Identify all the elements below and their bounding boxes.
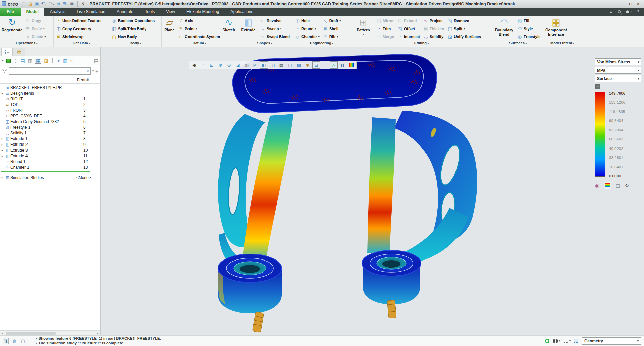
customize-qat-icon[interactable]: ⊽ xyxy=(82,1,85,7)
collapse-all-icon[interactable]: ▥ xyxy=(28,58,32,63)
collapse-legend-button[interactable]: − xyxy=(595,84,600,89)
tree-item-top[interactable]: ▱TOP2 xyxy=(0,102,100,107)
blank-panel-icon[interactable]: ▢ xyxy=(20,338,26,344)
split-button[interactable]: ◫Split▾ xyxy=(446,25,482,33)
thicken-button[interactable]: ▤Thicken xyxy=(422,25,445,33)
boundary-blend-button[interactable]: ◠BoundaryBlend xyxy=(493,17,515,41)
find-button[interactable]: ▾ xyxy=(553,339,560,343)
results-legend-icon[interactable] xyxy=(347,61,355,69)
copy-button[interactable]: ⊞Copy xyxy=(24,17,47,24)
model-tree-tab[interactable] xyxy=(1,48,13,56)
scroll-right-icon[interactable]: ▸ xyxy=(95,332,100,335)
offset-button[interactable]: ◹Offset xyxy=(396,25,421,33)
scroll-left-icon[interactable]: ◂ xyxy=(0,332,5,335)
extrude-button[interactable]: ◧Extrude xyxy=(238,17,258,41)
probe-icon[interactable]: ◉ xyxy=(595,183,599,189)
tab-flexible-modeling[interactable]: Flexible Modeling xyxy=(181,8,225,16)
group-label-engineering[interactable]: Engineering ▾ xyxy=(292,41,351,47)
tab-tools[interactable]: Tools xyxy=(139,8,160,16)
previous-orientation-icon[interactable]: ◔ xyxy=(199,61,207,69)
result-type-dropdown[interactable]: Von Mises Stress▾ xyxy=(595,58,641,65)
render-quality-icon[interactable]: ◍ xyxy=(243,61,251,69)
swept-blend-button[interactable]: ∿Swept Blend xyxy=(259,33,291,40)
tree-item-solidify-1[interactable]: ◡Solidify 17 xyxy=(0,130,100,136)
select-items-icon[interactable] xyxy=(574,339,578,343)
component-interface-button[interactable]: ▦ComponentInterface xyxy=(545,17,567,41)
tree-item-extrude-4[interactable]: ▸◧Extrude 411 xyxy=(0,153,100,159)
tree-item-extern-copy-geom-id-7882[interactable]: ◫Extern Copy Geom id 78825 xyxy=(0,119,100,124)
tree-item-design-items[interactable]: ▸▤Design Items xyxy=(0,90,100,96)
browser-icon[interactable]: ◍ xyxy=(11,338,17,344)
tree-list-icon[interactable]: ▤ xyxy=(94,58,98,63)
group-label-get-data[interactable]: Get Data ▾ xyxy=(54,41,109,47)
selection-filter-dropdown[interactable]: Geometry ▾ xyxy=(582,337,641,345)
add-filter-button[interactable]: + xyxy=(95,68,98,74)
boolean-operations-button[interactable]: ◍Boolean Operations xyxy=(111,17,156,24)
simulation-display-icon[interactable]: ◬ xyxy=(330,61,338,69)
group-label-body[interactable]: Body ▾ xyxy=(109,41,161,47)
tree-item-chamfer-1[interactable]: ◇Chamfer 113 xyxy=(0,164,100,170)
display-style-icon[interactable]: ◧ xyxy=(260,61,268,69)
selection-options-button[interactable]: ▾ xyxy=(564,339,571,343)
open-file-icon[interactable]: ◪ xyxy=(28,1,32,7)
view-list-icon[interactable]: ◫ xyxy=(269,61,277,69)
restore-button[interactable]: ⊡ xyxy=(629,2,632,6)
tree-item-bracket-freestyle-prt[interactable]: ■BRACKET_FREESTYLE.PRT xyxy=(0,84,100,90)
undo-button[interactable]: ↶▾ xyxy=(41,1,46,7)
expand-icon[interactable]: ▸ xyxy=(0,137,5,140)
scrollbar-thumb[interactable] xyxy=(6,332,56,335)
group-label-editing[interactable]: Editing ▾ xyxy=(351,41,492,47)
point-button[interactable]: ˣˣPoint▾ xyxy=(177,25,221,33)
window-switch-icon[interactable]: ⊞▾ xyxy=(62,1,68,7)
tree-item-front[interactable]: ▱FRONT3 xyxy=(0,107,100,113)
tab-file[interactable]: File xyxy=(0,8,21,16)
solidify-button[interactable]: ◡Solidify xyxy=(422,33,445,40)
group-label-surfaces[interactable]: Surfaces ▾ xyxy=(492,41,544,47)
pattern-button[interactable]: ⊞Pattern▾ xyxy=(353,17,374,41)
pause-icon[interactable]: ▮▮ xyxy=(338,61,346,69)
freestyle-button[interactable]: ◍Freestyle xyxy=(516,33,542,40)
tree-filter-icon[interactable]: ▼ xyxy=(57,59,60,63)
view-manager-icon[interactable]: ◉ xyxy=(190,61,198,69)
learning-center-button[interactable]: ▾ xyxy=(625,10,632,13)
paste-button[interactable]: ⊞Paste▾ xyxy=(24,25,47,33)
refit-icon[interactable]: ⊡ xyxy=(208,61,216,69)
legend-colors-icon[interactable] xyxy=(604,182,611,189)
new-file-icon[interactable]: ▢ xyxy=(22,1,26,7)
remove-button[interactable]: ◹Remove xyxy=(446,17,482,24)
explode-view-icon[interactable]: ∴ xyxy=(321,61,329,69)
datum-display-icon[interactable]: ∗ xyxy=(304,61,312,69)
active-model-icon[interactable] xyxy=(6,59,11,63)
transparent-box-icon[interactable]: ◻ xyxy=(286,61,294,69)
sketch-button[interactable]: ∿Sketch xyxy=(222,17,235,41)
expand-icon[interactable]: ▸ xyxy=(0,176,5,179)
repaint-icon[interactable]: ◪ xyxy=(234,61,242,69)
fill-button[interactable]: ▨Fill xyxy=(516,17,542,24)
rib-button[interactable]: ◳Rib▾ xyxy=(322,33,342,40)
expand-icon[interactable]: ▸ xyxy=(0,149,5,152)
model-check-status-icon[interactable] xyxy=(545,339,549,343)
tree-columns-icon[interactable]: ▦ xyxy=(35,58,41,64)
group-label-operations[interactable]: Operations ▾ xyxy=(0,41,53,47)
annotation-display-icon[interactable]: ⊟ xyxy=(312,61,320,69)
group-label-model-intent[interactable]: Model Intent ▾ xyxy=(544,41,581,47)
hole-button[interactable]: ◫Hole xyxy=(294,17,321,24)
tree-search-input[interactable]: × xyxy=(9,67,91,75)
tab-live-simulation[interactable]: Live Simulation xyxy=(71,8,111,16)
tree-caret-icon[interactable]: ▾ xyxy=(2,59,4,62)
shrinkwrap-button[interactable]: ▣Shrinkwrap xyxy=(55,33,102,40)
close-window-icon[interactable]: ⊠ xyxy=(70,1,74,7)
unify-surfaces-button[interactable]: ◪Unify Surfaces xyxy=(446,33,482,40)
search-dropdown-icon[interactable]: ▾ xyxy=(92,69,94,73)
minimize-button[interactable]: — xyxy=(620,2,624,6)
refresh-results-icon[interactable]: ↻ xyxy=(625,183,629,189)
overflow-icon[interactable]: » xyxy=(70,58,73,63)
coordinate-system-button[interactable]: ∟Coordinate System xyxy=(177,33,221,40)
display-dropdown[interactable]: Surface▾ xyxy=(595,75,641,82)
expand-icon[interactable]: ▸ xyxy=(0,92,5,95)
tree-item-extrude-3[interactable]: ▸◧Extrude 310 xyxy=(0,147,100,153)
units-dropdown[interactable]: MPa▾ xyxy=(595,67,641,74)
sweep-button[interactable]: ≈Sweep▾ xyxy=(259,25,291,33)
split-trim-body-button[interactable]: ◧Split/Trim Body xyxy=(111,25,156,33)
extend-button[interactable]: ⊡Extend xyxy=(396,17,421,24)
